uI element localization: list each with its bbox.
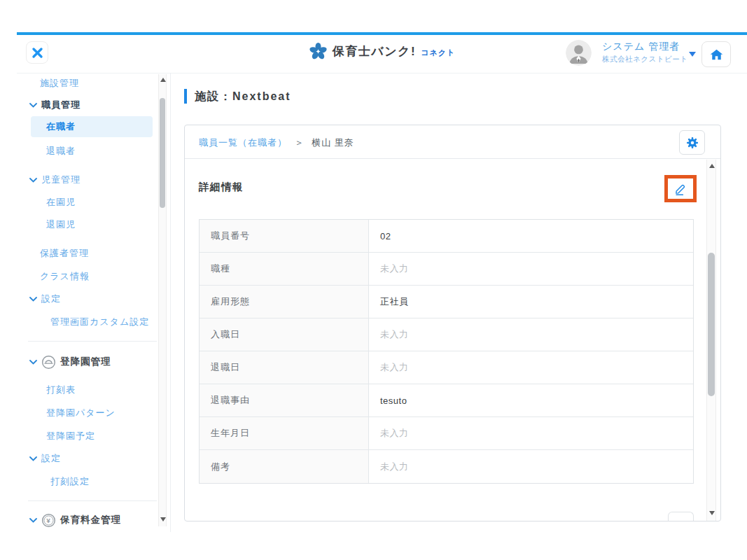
facility-title-accent bbox=[184, 89, 187, 104]
sidebar-group-staff-mgmt[interactable]: 職員管理 bbox=[28, 94, 157, 115]
detail-scrollbar[interactable] bbox=[706, 160, 716, 521]
scroll-down-icon[interactable] bbox=[709, 511, 715, 515]
row-label: 退職事由 bbox=[200, 384, 369, 416]
sakura-flower-icon bbox=[309, 42, 328, 61]
breadcrumb-staff-list-link[interactable]: 職員一覧（在職者） bbox=[199, 137, 287, 148]
row-value: 未入力 bbox=[369, 318, 693, 351]
sidebar-item-label: 打刻表 bbox=[46, 384, 76, 396]
staff-detail-card: 職員一覧（在職者） ＞ 横山 里奈 詳細情報 bbox=[184, 125, 721, 522]
settings-button[interactable] bbox=[679, 130, 705, 155]
sidebar-item-enrolled-children[interactable]: 在園児 bbox=[28, 192, 157, 213]
sidebar-section-fee-mgmt[interactable]: ¥ 保育料金管理 bbox=[28, 508, 157, 532]
sidebar-item-label: 退職者 bbox=[46, 145, 76, 158]
sidebar-item-class-info[interactable]: クラス情報 bbox=[28, 266, 157, 287]
detail-table: 職員番号 02 職種 未入力 雇用形態 正社員 入職日 未入力 退職日 未入力 … bbox=[199, 219, 694, 484]
detail-scrollbar-thumb[interactable] bbox=[708, 253, 715, 396]
breadcrumb-row: 職員一覧（在職者） ＞ 横山 里奈 bbox=[185, 125, 720, 159]
row-value: 未入力 bbox=[369, 253, 693, 285]
breadcrumb-separator: ＞ bbox=[295, 137, 305, 148]
sidebar-item-label: 打刻設定 bbox=[50, 475, 90, 488]
sidebar-group-child-mgmt[interactable]: 児童管理 bbox=[28, 169, 157, 190]
facility-title: 施設：Nextbeat bbox=[195, 90, 291, 104]
sidebar-item-label: 退園児 bbox=[46, 218, 76, 231]
sidebar-section-attendance-mgmt[interactable]: 登降園管理 bbox=[28, 350, 157, 374]
sidebar-item-label: 施設管理 bbox=[40, 77, 79, 90]
edit-button[interactable] bbox=[669, 179, 692, 198]
edit-button-highlight bbox=[664, 175, 697, 202]
table-row: 退職日 未入力 bbox=[200, 351, 693, 384]
row-value: tesuto bbox=[369, 384, 693, 416]
person-icon bbox=[566, 40, 592, 66]
sidebar-item-label: 登降園管理 bbox=[60, 356, 111, 368]
user-menu[interactable]: システム 管理者 株式会社ネクストビート bbox=[602, 41, 687, 64]
user-name: システム 管理者 bbox=[602, 41, 687, 53]
table-row: 退職事由 tesuto bbox=[200, 384, 693, 417]
row-label: 退職日 bbox=[200, 351, 369, 384]
chevron-down-icon bbox=[29, 456, 37, 461]
sidebar-item-label: 在職者 bbox=[46, 120, 76, 133]
sidebar-item-label: 設定 bbox=[41, 293, 61, 305]
sidebar-item-left-children[interactable]: 退園児 bbox=[28, 214, 157, 235]
row-label: 入職日 bbox=[200, 318, 369, 351]
chevron-down-icon bbox=[29, 360, 37, 365]
sidebar-nav: 施設管理 職員管理 在職者 退職者 児童管理 在園児 退園児 保護者管理 クラス… bbox=[28, 73, 157, 532]
sidebar-item-active-staff[interactable]: 在職者 bbox=[31, 116, 153, 137]
sidebar-item-label: 設定 bbox=[41, 452, 61, 465]
sidebar-item-guardian-mgmt[interactable]: 保護者管理 bbox=[28, 243, 157, 264]
table-row: 雇用形態 正社員 bbox=[200, 286, 693, 318]
sidebar-divider bbox=[28, 500, 157, 501]
table-row: 備考 未入力 bbox=[200, 450, 693, 483]
detail-scroll-area: 詳細情報 職員番号 02 職種 未入力 雇用形態 正社員 bbox=[185, 160, 720, 521]
sidebar-item-time-card[interactable]: 打刻表 bbox=[28, 379, 157, 400]
gate-icon bbox=[41, 355, 56, 370]
chevron-down-icon bbox=[29, 178, 37, 183]
table-row: 生年月日 未入力 bbox=[200, 417, 693, 450]
edit-pencil-icon bbox=[673, 182, 687, 196]
logo-suffix-text: コネクト bbox=[421, 48, 455, 58]
row-label: 生年月日 bbox=[200, 417, 369, 449]
yen-icon: ¥ bbox=[41, 513, 56, 528]
sidebar-divider bbox=[28, 341, 157, 342]
sidebar-scrollbar[interactable] bbox=[158, 74, 167, 526]
sidebar-border bbox=[170, 73, 171, 532]
chevron-down-icon bbox=[29, 518, 37, 523]
sidebar-scrollbar-thumb[interactable] bbox=[160, 98, 165, 208]
sidebar-item-facility-mgmt[interactable]: 施設管理 bbox=[28, 73, 157, 94]
user-company: 株式会社ネクストビート bbox=[602, 55, 687, 64]
app-header: 保育士バンク! コネクト システム 管理者 株式会社ネクストビート bbox=[17, 35, 747, 74]
scroll-down-icon[interactable] bbox=[160, 517, 166, 522]
breadcrumb-current: 横山 里奈 bbox=[312, 137, 354, 148]
row-label: 備考 bbox=[200, 450, 369, 483]
gear-icon bbox=[685, 136, 699, 150]
sidebar-item-label: 職員管理 bbox=[41, 99, 81, 111]
sidebar-item-label: 登降園予定 bbox=[46, 430, 95, 442]
user-menu-caret-icon[interactable] bbox=[689, 52, 696, 57]
home-button[interactable] bbox=[701, 41, 731, 67]
sidebar-group-settings[interactable]: 設定 bbox=[28, 288, 157, 309]
scroll-up-icon[interactable] bbox=[709, 164, 715, 168]
logo-brand-text: 保育士バンク! bbox=[333, 43, 416, 59]
row-label: 職員番号 bbox=[200, 220, 369, 252]
sidebar-group-attendance-settings[interactable]: 設定 bbox=[28, 448, 157, 469]
table-row: 職種 未入力 bbox=[200, 253, 693, 286]
row-value: 未入力 bbox=[369, 351, 693, 384]
sidebar-item-label: 児童管理 bbox=[41, 174, 81, 186]
sidebar-item-attendance-schedule[interactable]: 登降園予定 bbox=[28, 426, 157, 447]
table-row: 入職日 未入力 bbox=[200, 318, 693, 351]
chevron-down-icon bbox=[29, 103, 37, 108]
sidebar-item-punch-settings[interactable]: 打刻設定 bbox=[28, 471, 157, 492]
clipped-button[interactable] bbox=[668, 512, 694, 521]
sidebar-item-label: 保護者管理 bbox=[40, 247, 89, 260]
sidebar-item-admin-custom-settings[interactable]: 管理画面カスタム設定 bbox=[28, 312, 157, 332]
sidebar-item-attendance-pattern[interactable]: 登降園パターン bbox=[28, 402, 157, 424]
row-value: 未入力 bbox=[369, 450, 693, 483]
detail-section-title: 詳細情報 bbox=[199, 181, 244, 194]
scroll-up-icon[interactable] bbox=[160, 78, 166, 82]
sidebar-item-retired-staff[interactable]: 退職者 bbox=[28, 141, 157, 162]
sidebar-item-label: 登降園パターン bbox=[46, 407, 116, 419]
user-avatar[interactable] bbox=[566, 40, 592, 66]
sidebar-item-label: 在園児 bbox=[46, 196, 76, 209]
sidebar-item-label: 管理画面カスタム設定 bbox=[50, 316, 149, 328]
table-row: 職員番号 02 bbox=[200, 220, 693, 253]
sidebar-item-label: クラス情報 bbox=[40, 270, 90, 283]
